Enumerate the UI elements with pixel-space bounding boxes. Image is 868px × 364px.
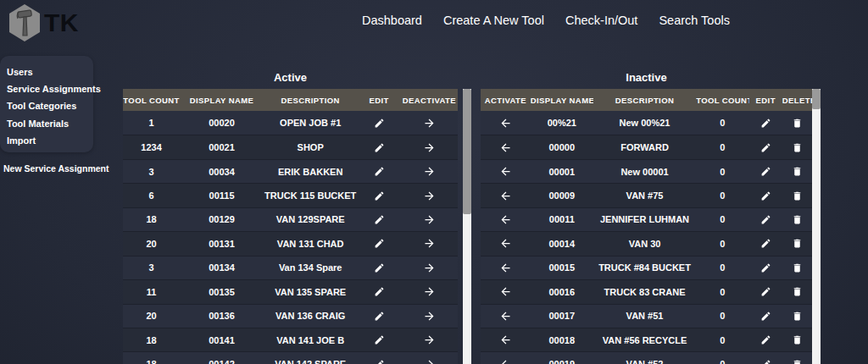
nav-dashboard[interactable]: Dashboard [362,14,422,27]
sidebar-item-tool-categories[interactable]: Tool Categories [7,97,88,114]
sidebar-item-tool-materials[interactable]: Tool Materials [7,115,88,132]
delete-button[interactable] [782,214,812,225]
edit-button[interactable] [749,238,782,249]
table-row: 00019VAN #520 [481,351,812,364]
deactivate-button[interactable] [401,334,458,346]
tool-count-cell: 0 [696,142,749,152]
delete-button[interactable] [782,118,812,129]
app-logo[interactable]: TK [7,3,79,42]
arrow-right-icon [423,141,436,154]
activate-button[interactable] [481,213,531,226]
tool-count-cell: 0 [696,239,749,249]
deactivate-button[interactable] [401,358,458,364]
trash-icon [792,214,803,225]
deactivate-button[interactable] [401,117,458,130]
activate-button[interactable] [481,190,531,202]
edit-button-cell [749,359,782,364]
scrollbar-thumb[interactable] [463,89,471,214]
tool-count-cell: 0 [696,359,749,364]
edit-button[interactable] [749,286,782,297]
scrollbar-thumb[interactable] [812,89,821,109]
activate-button[interactable] [481,237,531,250]
edit-button[interactable] [357,286,400,297]
arrow-right-icon [423,117,436,130]
edit-button[interactable] [357,359,400,364]
activate-button[interactable] [481,165,531,178]
tool-count-cell: 18 [123,359,180,364]
deactivate-button[interactable] [401,310,458,323]
pencil-icon [374,214,385,225]
inactive-table-scrollbar[interactable] [812,89,821,364]
activate-button[interactable] [481,310,531,323]
delete-button[interactable] [782,238,812,249]
active-table-scrollbar[interactable] [463,89,471,364]
edit-button[interactable] [357,334,400,345]
edit-button[interactable] [749,166,782,177]
edit-button[interactable] [749,142,782,153]
description-cell: TRUCK 115 BUCKET [264,190,358,201]
activate-button[interactable] [481,117,531,130]
sidebar-item-service-assignments[interactable]: Service Assignments [7,80,88,97]
edit-button-cell [357,286,400,297]
trash-icon [792,238,803,249]
sidebar-item-users[interactable]: Users [7,63,88,80]
sidebar-item-import[interactable]: Import [7,132,88,149]
nav-search-tools[interactable]: Search Tools [659,14,730,27]
activate-button[interactable] [481,262,531,274]
edit-button[interactable] [357,262,400,273]
active-table-title: Active [123,71,458,85]
pencil-icon [374,334,385,345]
deactivate-button[interactable] [401,190,458,202]
nav-check-in-out[interactable]: Check-In/Out [565,14,637,27]
display-name-cell: 00%21 [531,118,593,128]
delete-button[interactable] [782,262,812,273]
deactivate-button[interactable] [401,213,458,226]
activate-button[interactable] [481,334,531,346]
delete-button[interactable] [782,311,812,322]
delete-button-cell [782,118,812,129]
edit-button[interactable] [749,190,782,201]
edit-button[interactable] [357,190,400,201]
edit-button[interactable] [749,311,782,322]
table-row: 00018VAN #56 RECYCLE0 [481,328,812,351]
new-service-assignment-link[interactable]: New Service Assignment [3,163,109,174]
column-header-description: DESCRIPTION [593,96,696,105]
edit-button-cell [357,214,400,225]
edit-button[interactable] [357,214,400,225]
activate-button[interactable] [481,141,531,154]
activate-button-cell [481,165,531,178]
delete-button[interactable] [782,142,812,153]
delete-button[interactable] [782,166,812,177]
edit-button[interactable] [357,311,400,322]
deactivate-button[interactable] [401,237,458,250]
description-cell: FORWARD [593,142,696,152]
description-cell: VAN 30 [593,239,696,249]
tool-count-cell: 11 [123,287,180,297]
edit-button[interactable] [357,166,400,177]
delete-button[interactable] [782,286,812,297]
deactivate-button[interactable] [401,165,458,178]
delete-button[interactable] [782,190,812,201]
deactivate-button[interactable] [401,262,458,274]
delete-button[interactable] [782,334,812,345]
activate-button[interactable] [481,285,531,298]
deactivate-button[interactable] [401,141,458,154]
delete-button[interactable] [782,359,812,364]
nav-create-new-tool[interactable]: Create A New Tool [443,14,544,27]
edit-button[interactable] [749,359,782,364]
activate-button[interactable] [481,358,531,364]
deactivate-button[interactable] [401,285,458,298]
edit-button[interactable] [749,118,782,129]
edit-button[interactable] [749,334,782,345]
display-name-cell: 00141 [180,335,264,345]
edit-button[interactable] [749,262,782,273]
edit-button[interactable] [749,214,782,225]
table-row: 00017VAN #510 [481,304,812,328]
edit-button[interactable] [357,118,400,129]
column-header-description: DESCRIPTION [264,96,358,105]
table-row: 1800141VAN 141 JOE B [123,328,458,351]
edit-button[interactable] [357,142,400,153]
display-name-cell: 00015 [531,262,593,273]
edit-button[interactable] [357,238,400,249]
pencil-icon [374,359,385,364]
